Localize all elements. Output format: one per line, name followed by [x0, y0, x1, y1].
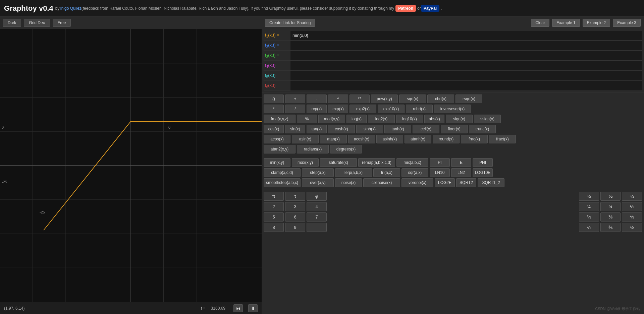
calc-btn[interactable]: E [451, 158, 471, 167]
calc-btn[interactable]: sqr(a,x) [401, 168, 428, 177]
calc-btn[interactable]: φ [307, 192, 327, 201]
calc-btn[interactable]: cos(x) [264, 125, 284, 133]
calc-btn[interactable]: exp2(x) [350, 105, 376, 113]
calc-btn[interactable]: exp(x) [328, 105, 348, 113]
calc-btn[interactable]: sqrt(x) [399, 95, 426, 103]
example1-button[interactable]: Example 1 [552, 19, 580, 27]
calc-btn[interactable]: log10(x) [396, 115, 423, 123]
clear-button[interactable]: Clear [531, 19, 549, 27]
author-link[interactable]: Inigo Quilez [60, 6, 81, 11]
calc-btn[interactable]: ¾ [600, 202, 621, 211]
calc-btn[interactable]: lerp(a,b,x) [335, 168, 372, 177]
calc-btn[interactable]: ⅓ [600, 192, 621, 201]
calc-btn[interactable]: PHI [473, 158, 493, 167]
calc-btn[interactable]: tanh(x) [384, 125, 411, 133]
calc-btn[interactable]: - [307, 95, 327, 103]
calc-btn[interactable]: rsqrt(x) [455, 95, 482, 103]
calc-btn[interactable]: tri(a,x) [373, 168, 400, 177]
calc-btn[interactable]: 3 [285, 202, 305, 211]
calc-btn[interactable]: inversesqrt(x) [434, 105, 471, 113]
calc-btn[interactable]: remap(a,b,x,c,d) [358, 158, 395, 167]
calc-btn[interactable]: rcp(x) [307, 105, 327, 113]
calc-btn[interactable]: trunc(x) [469, 125, 496, 133]
paypal-badge[interactable]: PayPal [421, 5, 439, 12]
pause-button[interactable]: ⏸ [248, 304, 258, 312]
func-input-1[interactable] [290, 31, 642, 40]
calc-btn[interactable]: sinh(x) [356, 125, 383, 133]
calc-btn[interactable]: saturate(x) [320, 158, 357, 167]
calc-btn[interactable]: ⅙ [579, 223, 599, 232]
calc-btn[interactable]: radians(x) [297, 145, 329, 153]
calc-btn[interactable]: LOG10E [473, 168, 493, 177]
calc-btn[interactable]: cellnoise(x) [363, 178, 400, 187]
calc-btn[interactable] [307, 223, 327, 232]
calc-btn[interactable]: mix(a,b,x) [396, 158, 428, 167]
calc-btn[interactable]: ⅚ [600, 223, 621, 232]
patreon-badge[interactable]: Patreon [395, 5, 416, 12]
calc-btn[interactable]: acosh(x) [348, 135, 375, 143]
calc-btn[interactable]: 9 [285, 223, 305, 232]
calc-btn[interactable]: asin(x) [292, 135, 319, 143]
calc-btn[interactable]: floor(x) [441, 125, 468, 133]
calc-btn[interactable]: LOG2E [435, 178, 455, 187]
calc-btn[interactable]: ½ [579, 192, 599, 201]
func-input-2[interactable] [290, 41, 642, 50]
func-input-4[interactable] [290, 61, 642, 70]
calc-btn[interactable]: 8 [264, 223, 284, 232]
calc-btn[interactable]: () [264, 95, 284, 103]
calc-btn[interactable]: ⅕ [622, 202, 642, 211]
calc-btn[interactable]: fract(x) [489, 135, 516, 143]
canvas-area[interactable]: 0 0 -25 -25 [0, 29, 262, 302]
calc-btn[interactable]: ⅖ [579, 212, 599, 222]
func-input-6[interactable] [290, 81, 642, 90]
calc-btn[interactable]: 2 [264, 202, 284, 211]
calc-btn[interactable]: abs(x) [424, 115, 444, 123]
calc-btn[interactable]: acos(x) [264, 135, 290, 143]
calc-btn[interactable]: sign(x) [446, 115, 473, 123]
calc-btn[interactable]: step(a,x) [302, 168, 334, 177]
calc-btn[interactable]: cbrt(x) [427, 95, 454, 103]
example3-button[interactable]: Example 3 [613, 19, 641, 27]
calc-btn[interactable]: pow(x,y) [371, 95, 398, 103]
free-button[interactable]: Free [53, 19, 71, 27]
calc-btn[interactable]: tan(x) [307, 125, 327, 133]
calc-btn[interactable]: LN10 [430, 168, 450, 177]
calc-btn[interactable]: + [285, 95, 305, 103]
calc-btn[interactable]: / [285, 105, 305, 113]
calc-btn[interactable]: log2(x) [368, 115, 395, 123]
calc-btn[interactable]: rcbrt(x) [406, 105, 433, 113]
calc-btn[interactable]: ⅔ [622, 192, 642, 201]
calc-btn[interactable]: voronoi(x) [401, 178, 433, 187]
calc-btn[interactable]: max(x,y) [292, 158, 319, 167]
calc-btn[interactable]: round(x) [433, 135, 460, 143]
calc-btn[interactable]: mod(x,y) [318, 115, 345, 123]
calc-btn[interactable]: atanh(x) [405, 135, 431, 143]
calc-btn[interactable]: fma(x,y,z) [264, 115, 296, 123]
calc-btn[interactable]: PI [430, 158, 450, 167]
calc-btn[interactable]: degrees(x) [330, 145, 362, 153]
func-input-5[interactable] [290, 71, 642, 80]
calc-btn[interactable]: τ [285, 192, 305, 201]
calc-btn[interactable]: SQRT1_2 [478, 178, 504, 187]
calc-btn[interactable]: ^ [328, 95, 348, 103]
calc-btn[interactable]: 4 [307, 202, 327, 211]
calc-btn[interactable]: ¼ [579, 202, 599, 211]
dark-button[interactable]: Dark [3, 19, 21, 27]
calc-btn[interactable]: ½ [622, 223, 642, 232]
calc-btn[interactable]: ceil(x) [413, 125, 439, 133]
calc-btn[interactable]: ** [350, 95, 370, 103]
calc-btn[interactable]: smoothstep(a,b,x) [264, 178, 301, 187]
rewind-button[interactable]: ⏮ [233, 304, 243, 312]
calc-btn[interactable]: clamp(x,c,d) [264, 168, 301, 177]
func-input-3[interactable] [290, 51, 642, 60]
calc-btn[interactable]: sin(x) [285, 125, 305, 133]
calc-btn[interactable]: % [297, 115, 317, 123]
calc-btn[interactable]: over(x,y) [302, 178, 334, 187]
calc-btn[interactable]: cosh(x) [328, 125, 355, 133]
grid-dec-button[interactable]: Grid Dec [24, 19, 50, 27]
calc-btn[interactable]: SQRT2 [456, 178, 476, 187]
create-link-button[interactable]: Create Link for Sharing [265, 19, 315, 27]
calc-btn[interactable]: * [264, 105, 284, 113]
calc-btn[interactable]: ⅘ [622, 212, 642, 222]
calc-btn[interactable]: asinh(x) [376, 135, 403, 143]
